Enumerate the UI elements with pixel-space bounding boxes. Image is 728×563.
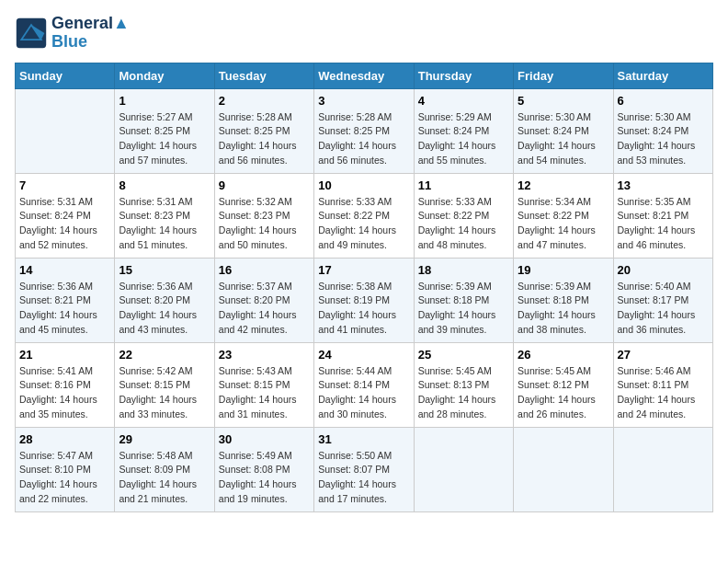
day-cell: 21Sunrise: 5:41 AMSunset: 8:16 PMDayligh… [16, 342, 115, 427]
day-number: 8 [119, 178, 210, 192]
day-info: Sunrise: 5:49 AMSunset: 8:08 PMDaylight:… [219, 449, 310, 507]
day-cell: 29Sunrise: 5:48 AMSunset: 8:09 PMDayligh… [115, 427, 214, 511]
week-row-5: 28Sunrise: 5:47 AMSunset: 8:10 PMDayligh… [16, 427, 713, 511]
day-info: Sunrise: 5:41 AMSunset: 8:16 PMDaylight:… [19, 364, 110, 422]
day-info: Sunrise: 5:39 AMSunset: 8:18 PMDaylight:… [418, 280, 509, 338]
day-info: Sunrise: 5:47 AMSunset: 8:10 PMDaylight:… [19, 449, 110, 507]
day-cell: 13Sunrise: 5:35 AMSunset: 8:21 PMDayligh… [613, 173, 712, 258]
logo: General▲ Blue [15, 15, 130, 52]
day-info: Sunrise: 5:48 AMSunset: 8:09 PMDaylight:… [119, 449, 210, 507]
header-cell-wednesday: Wednesday [314, 63, 414, 88]
day-number: 16 [219, 263, 310, 277]
day-number: 31 [318, 432, 409, 446]
header-cell-sunday: Sunday [16, 63, 115, 88]
day-info: Sunrise: 5:40 AMSunset: 8:17 PMDaylight:… [618, 280, 709, 338]
day-info: Sunrise: 5:28 AMSunset: 8:25 PMDaylight:… [219, 110, 310, 168]
day-info: Sunrise: 5:37 AMSunset: 8:20 PMDaylight:… [219, 280, 310, 338]
day-number: 26 [518, 348, 609, 362]
day-cell [613, 427, 712, 511]
day-info: Sunrise: 5:36 AMSunset: 8:21 PMDaylight:… [19, 280, 110, 338]
day-info: Sunrise: 5:42 AMSunset: 8:15 PMDaylight:… [119, 364, 210, 422]
day-cell: 7Sunrise: 5:31 AMSunset: 8:24 PMDaylight… [16, 173, 115, 258]
day-info: Sunrise: 5:31 AMSunset: 8:23 PMDaylight:… [119, 195, 210, 253]
week-row-4: 21Sunrise: 5:41 AMSunset: 8:16 PMDayligh… [16, 342, 713, 427]
day-number: 19 [518, 263, 609, 277]
day-number: 14 [19, 263, 110, 277]
day-number: 2 [219, 94, 310, 108]
day-info: Sunrise: 5:50 AMSunset: 8:07 PMDaylight:… [318, 449, 409, 507]
day-number: 4 [418, 94, 509, 108]
day-info: Sunrise: 5:44 AMSunset: 8:14 PMDaylight:… [318, 364, 409, 422]
day-number: 29 [119, 432, 210, 446]
header-cell-monday: Monday [115, 63, 214, 88]
day-number: 13 [618, 178, 709, 192]
header-cell-thursday: Thursday [414, 63, 513, 88]
day-cell: 5Sunrise: 5:30 AMSunset: 8:24 PMDaylight… [514, 88, 613, 173]
header-row: SundayMondayTuesdayWednesdayThursdayFrid… [16, 63, 713, 88]
day-cell: 30Sunrise: 5:49 AMSunset: 8:08 PMDayligh… [214, 427, 313, 511]
day-number: 9 [219, 178, 310, 192]
week-row-1: 1Sunrise: 5:27 AMSunset: 8:25 PMDaylight… [16, 88, 713, 173]
day-number: 27 [618, 348, 709, 362]
day-cell: 9Sunrise: 5:32 AMSunset: 8:23 PMDaylight… [214, 173, 313, 258]
day-cell: 12Sunrise: 5:34 AMSunset: 8:22 PMDayligh… [514, 173, 613, 258]
day-cell: 3Sunrise: 5:28 AMSunset: 8:25 PMDaylight… [314, 88, 414, 173]
day-number: 28 [19, 432, 110, 446]
day-cell: 22Sunrise: 5:42 AMSunset: 8:15 PMDayligh… [115, 342, 214, 427]
day-cell: 24Sunrise: 5:44 AMSunset: 8:14 PMDayligh… [314, 342, 414, 427]
day-number: 23 [219, 348, 310, 362]
day-cell: 11Sunrise: 5:33 AMSunset: 8:22 PMDayligh… [414, 173, 513, 258]
page-header: General▲ Blue [15, 15, 713, 52]
day-info: Sunrise: 5:35 AMSunset: 8:21 PMDaylight:… [618, 195, 709, 253]
day-info: Sunrise: 5:31 AMSunset: 8:24 PMDaylight:… [19, 195, 110, 253]
day-info: Sunrise: 5:38 AMSunset: 8:19 PMDaylight:… [318, 280, 409, 338]
logo-icon [15, 17, 48, 50]
day-cell: 26Sunrise: 5:45 AMSunset: 8:12 PMDayligh… [514, 342, 613, 427]
day-info: Sunrise: 5:34 AMSunset: 8:22 PMDaylight:… [518, 195, 609, 253]
day-cell [414, 427, 513, 511]
day-number: 21 [19, 348, 110, 362]
day-number: 15 [119, 263, 210, 277]
logo-text: General▲ Blue [51, 15, 130, 52]
day-cell: 6Sunrise: 5:30 AMSunset: 8:24 PMDaylight… [613, 88, 712, 173]
day-number: 7 [19, 178, 110, 192]
day-info: Sunrise: 5:27 AMSunset: 8:25 PMDaylight:… [119, 110, 210, 168]
day-number: 11 [418, 178, 509, 192]
day-cell: 31Sunrise: 5:50 AMSunset: 8:07 PMDayligh… [314, 427, 414, 511]
day-cell: 16Sunrise: 5:37 AMSunset: 8:20 PMDayligh… [214, 258, 313, 342]
day-number: 25 [418, 348, 509, 362]
day-info: Sunrise: 5:28 AMSunset: 8:25 PMDaylight:… [318, 110, 409, 168]
day-cell: 17Sunrise: 5:38 AMSunset: 8:19 PMDayligh… [314, 258, 414, 342]
day-number: 12 [518, 178, 609, 192]
calendar-body: 1Sunrise: 5:27 AMSunset: 8:25 PMDaylight… [16, 88, 713, 511]
day-cell: 8Sunrise: 5:31 AMSunset: 8:23 PMDaylight… [115, 173, 214, 258]
day-info: Sunrise: 5:30 AMSunset: 8:24 PMDaylight:… [618, 110, 709, 168]
day-cell: 19Sunrise: 5:39 AMSunset: 8:18 PMDayligh… [514, 258, 613, 342]
week-row-2: 7Sunrise: 5:31 AMSunset: 8:24 PMDaylight… [16, 173, 713, 258]
day-cell: 27Sunrise: 5:46 AMSunset: 8:11 PMDayligh… [613, 342, 712, 427]
calendar-header: SundayMondayTuesdayWednesdayThursdayFrid… [16, 63, 713, 88]
day-number: 22 [119, 348, 210, 362]
day-info: Sunrise: 5:32 AMSunset: 8:23 PMDaylight:… [219, 195, 310, 253]
day-info: Sunrise: 5:30 AMSunset: 8:24 PMDaylight:… [518, 110, 609, 168]
day-number: 24 [318, 348, 409, 362]
header-cell-saturday: Saturday [613, 63, 712, 88]
day-cell: 20Sunrise: 5:40 AMSunset: 8:17 PMDayligh… [613, 258, 712, 342]
header-cell-friday: Friday [514, 63, 613, 88]
day-info: Sunrise: 5:33 AMSunset: 8:22 PMDaylight:… [418, 195, 509, 253]
day-cell: 18Sunrise: 5:39 AMSunset: 8:18 PMDayligh… [414, 258, 513, 342]
day-cell: 2Sunrise: 5:28 AMSunset: 8:25 PMDaylight… [214, 88, 313, 173]
day-number: 10 [318, 178, 409, 192]
day-cell [16, 88, 115, 173]
day-cell: 4Sunrise: 5:29 AMSunset: 8:24 PMDaylight… [414, 88, 513, 173]
calendar-table: SundayMondayTuesdayWednesdayThursdayFrid… [15, 63, 713, 512]
day-cell: 1Sunrise: 5:27 AMSunset: 8:25 PMDaylight… [115, 88, 214, 173]
week-row-3: 14Sunrise: 5:36 AMSunset: 8:21 PMDayligh… [16, 258, 713, 342]
day-info: Sunrise: 5:45 AMSunset: 8:12 PMDaylight:… [518, 364, 609, 422]
header-cell-tuesday: Tuesday [214, 63, 313, 88]
day-info: Sunrise: 5:43 AMSunset: 8:15 PMDaylight:… [219, 364, 310, 422]
day-cell: 28Sunrise: 5:47 AMSunset: 8:10 PMDayligh… [16, 427, 115, 511]
day-cell: 23Sunrise: 5:43 AMSunset: 8:15 PMDayligh… [214, 342, 313, 427]
day-info: Sunrise: 5:39 AMSunset: 8:18 PMDaylight:… [518, 280, 609, 338]
day-info: Sunrise: 5:36 AMSunset: 8:20 PMDaylight:… [119, 280, 210, 338]
